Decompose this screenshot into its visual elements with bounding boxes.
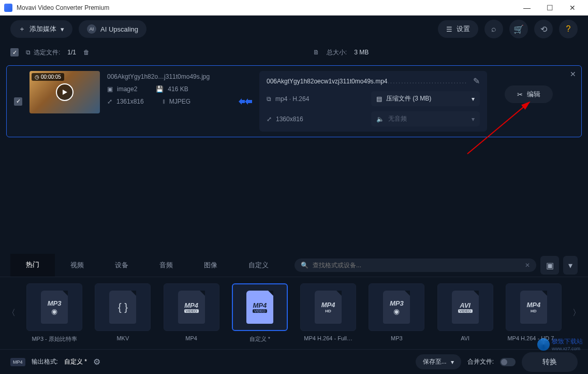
thumbnail[interactable]: ◷00:00:05 <box>30 71 100 113</box>
merge-toggle[interactable] <box>500 358 516 366</box>
source-filename: 006AkgtYgy1h82o…j311t0mo49s.jpg <box>107 73 231 80</box>
ai-upscaling-button[interactable]: AI AI Upscaling <box>79 20 146 38</box>
app-body: ＋ 添加媒体 ▾ AI AI Upscaling ☰ 设置 ⌕ 🛒 ⟲ ? ✓ … <box>0 16 588 374</box>
window-close-button[interactable]: ✕ <box>561 1 584 15</box>
compress-label: 压缩文件 (3 MB) <box>386 94 431 103</box>
carousel-next-button[interactable]: 〉 <box>569 308 584 319</box>
file-icon: 🗎 <box>313 49 319 56</box>
format-card[interactable]: AVIVIDEOAVI <box>435 283 496 343</box>
play-button[interactable] <box>56 83 74 101</box>
format-card[interactable]: MP3◉MP3 <box>366 283 427 343</box>
total-size-label: 总大小: <box>327 48 347 57</box>
output-dimensions: 1360x816 <box>276 116 303 123</box>
window-maximize-button[interactable]: ☐ <box>538 1 561 15</box>
tab-audio[interactable]: 音频 <box>144 254 188 276</box>
resize-icon: ⤢ <box>267 116 272 123</box>
settings-button[interactable]: ☰ 设置 <box>438 20 478 38</box>
convert-button[interactable]: 转换 <box>522 352 578 372</box>
source-info: 006AkgtYgy1h82o…j311t0mo49s.jpg ▣image2 … <box>107 71 231 132</box>
codec-icon: ⦀ <box>163 98 165 105</box>
chevron-down-icon: ▾ <box>451 358 454 366</box>
format-label: MP4 H.264 - HD 7… <box>503 335 564 341</box>
compress-dropdown[interactable]: ▤压缩文件 (3 MB) ▾ <box>371 91 480 106</box>
scissors-icon: ✂ <box>517 91 523 98</box>
format-label: MP3 <box>366 335 427 341</box>
image-label: image2 <box>117 85 137 93</box>
file-item[interactable]: ✓ ◷00:00:05 006AkgtYgy1h82o…j311t0mo49s.… <box>6 65 582 137</box>
tab-custom[interactable]: 自定义 <box>233 254 284 276</box>
cart-button[interactable]: 🛒 <box>509 20 528 38</box>
ai-icon: AI <box>87 24 96 34</box>
disk-icon: 💾 <box>156 85 164 93</box>
total-size-value: 3 MB <box>354 49 369 56</box>
share-icon: ⟲ <box>540 24 547 34</box>
format-label: MP3 - 原始比特率 <box>24 335 85 343</box>
convert-label: 转换 <box>542 357 557 366</box>
select-all-checkbox[interactable]: ✓ <box>10 48 19 56</box>
film-icon: ⧉ <box>267 95 271 103</box>
selection-bar: ✓ ⧉ 选定文件: 1/1 🗑 🗎 总大小: 3 MB <box>0 42 588 62</box>
window-title: Movavi Video Converter Premium <box>17 4 516 11</box>
help-button[interactable]: ? <box>559 20 578 38</box>
ai-upscaling-label: AI Upscaling <box>100 25 138 33</box>
format-card[interactable]: MP4VIDEO自定义 * <box>229 283 290 343</box>
source-size: 416 KB <box>168 85 188 93</box>
help-icon: ? <box>566 24 571 34</box>
tab-image[interactable]: 图像 <box>188 254 233 276</box>
source-dimensions: 1361x816 <box>116 98 144 105</box>
chevron-down-icon: ▾ <box>472 95 475 103</box>
copy-icon: ⧉ 选定文件: <box>26 48 60 57</box>
output-codec: mp4 · H.264 <box>275 95 309 103</box>
pencil-icon[interactable]: ✎ <box>473 76 480 86</box>
edit-button[interactable]: ✂ 编辑 <box>505 85 553 103</box>
format-label: MP4 H.264 - Full… <box>298 335 359 341</box>
clear-icon[interactable]: ✕ <box>525 262 530 269</box>
remove-file-button[interactable]: ✕ <box>570 70 576 78</box>
format-card[interactable]: { }MKV <box>92 283 153 343</box>
tab-devices[interactable]: 设备 <box>99 254 144 276</box>
add-media-label: 添加媒体 <box>30 24 56 34</box>
format-card[interactable]: MP3◉MP3 - 原始比特率 <box>24 283 85 343</box>
clock-icon: ◷ <box>35 74 39 80</box>
window-minimize-button[interactable]: — <box>516 1 538 15</box>
format-carousel: 〈 MP3◉MP3 - 原始比特率{ }MKVMP4VIDEOMP4MP4VID… <box>0 277 588 349</box>
share-button[interactable]: ⟲ <box>534 20 553 38</box>
tab-video[interactable]: 视频 <box>55 254 99 276</box>
main-toolbar: ＋ 添加媒体 ▾ AI AI Upscaling ☰ 设置 ⌕ 🛒 ⟲ ? <box>0 16 588 42</box>
save-to-dropdown[interactable]: 保存至... ▾ <box>416 354 461 369</box>
add-media-button[interactable]: ＋ 添加媒体 ▾ <box>10 20 72 38</box>
detect-device-button[interactable]: ▣ <box>540 256 559 275</box>
file-checkbox[interactable]: ✓ <box>14 97 22 106</box>
source-codec: MJPEG <box>169 98 190 105</box>
format-label: 自定义 * <box>229 335 290 343</box>
format-label: MKV <box>92 335 153 341</box>
format-search-input[interactable] <box>313 262 521 269</box>
plus-icon: ＋ <box>19 24 25 34</box>
output-info: 006AkgtYgy1h82oecw1vzj311t0mo49s.mp4....… <box>259 71 487 132</box>
carousel-prev-button[interactable]: 〈 <box>4 308 19 319</box>
selected-count: 1/1 <box>67 49 76 56</box>
format-settings-button[interactable]: ⚙ <box>93 357 100 367</box>
app-logo-icon <box>4 4 12 12</box>
key-icon: ⌕ <box>491 24 496 34</box>
search-button[interactable]: ⌕ <box>484 20 503 38</box>
format-card[interactable]: MP4VIDEOMP4 <box>161 283 222 343</box>
output-filename: 006AkgtYgy1h82oecw1vzj311t0mo49s.mp4....… <box>267 78 468 85</box>
audio-dropdown[interactable]: 🔈无音频 ▾ <box>371 111 480 126</box>
chevron-down-icon: ▾ <box>61 25 64 33</box>
audio-icon: 🔈 <box>376 116 384 123</box>
save-to-label: 保存至... <box>423 357 447 366</box>
image-icon: ▣ <box>107 85 113 93</box>
chevron-down-icon: ▾ <box>568 261 572 270</box>
window-titlebar: Movavi Video Converter Premium — ☐ ✕ <box>0 0 588 16</box>
format-card[interactable]: MP4HDMP4 H.264 - Full… <box>298 283 359 343</box>
trash-button[interactable]: 🗑 <box>83 49 90 56</box>
tab-popular[interactable]: 热门 <box>10 254 55 277</box>
format-search[interactable]: 🔍 ✕ <box>295 258 536 272</box>
format-card[interactable]: MP4HDMP4 H.264 - HD 7… <box>503 283 564 343</box>
duration-value: 00:00:05 <box>41 74 61 80</box>
merge-label: 合并文件: <box>467 357 494 366</box>
compress-icon: ▤ <box>376 95 382 103</box>
collapse-button[interactable]: ▾ <box>563 256 578 275</box>
search-icon: 🔍 <box>301 262 308 269</box>
